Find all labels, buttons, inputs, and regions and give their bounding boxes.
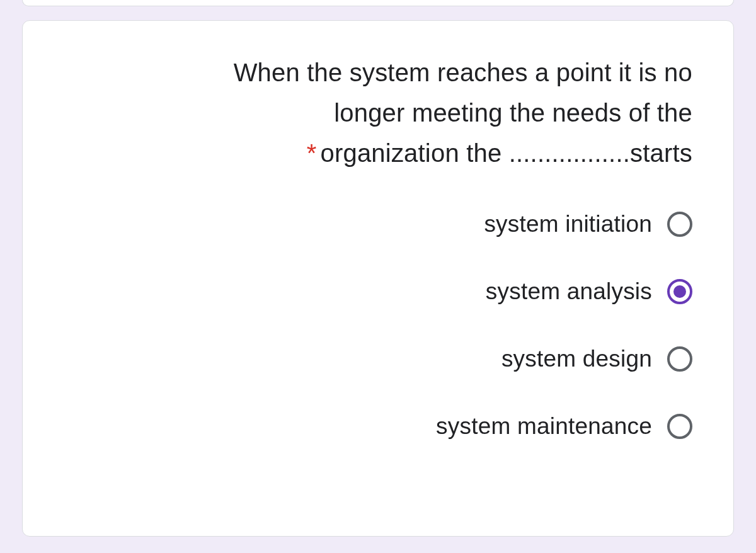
option-label: system initiation <box>484 211 652 237</box>
question-line-3-text: organization the .................starts <box>321 139 692 167</box>
option-system-design[interactable]: system design <box>501 346 692 372</box>
radio-icon <box>667 346 692 372</box>
option-system-analysis[interactable]: system analysis <box>486 278 692 305</box>
question-line-1: When the system reaches a point it is no <box>64 52 692 93</box>
option-system-maintenance[interactable]: system maintenance <box>436 413 692 440</box>
question-card: When the system reaches a point it is no… <box>22 20 734 537</box>
option-label: system design <box>501 346 652 372</box>
option-system-initiation[interactable]: system initiation <box>484 211 692 237</box>
option-label: system maintenance <box>436 413 652 440</box>
question-line-3: *organization the .................start… <box>64 133 692 173</box>
question-line-2: longer meeting the needs of the <box>64 93 692 133</box>
required-asterisk: * <box>307 139 317 167</box>
question-text-block: When the system reaches a point it is no… <box>64 52 692 173</box>
radio-icon <box>667 414 692 439</box>
previous-card-edge <box>22 0 734 6</box>
options-list: system initiation system analysis system… <box>64 211 692 440</box>
radio-icon-selected <box>667 279 692 304</box>
radio-icon <box>667 212 692 237</box>
option-label: system analysis <box>486 278 652 305</box>
